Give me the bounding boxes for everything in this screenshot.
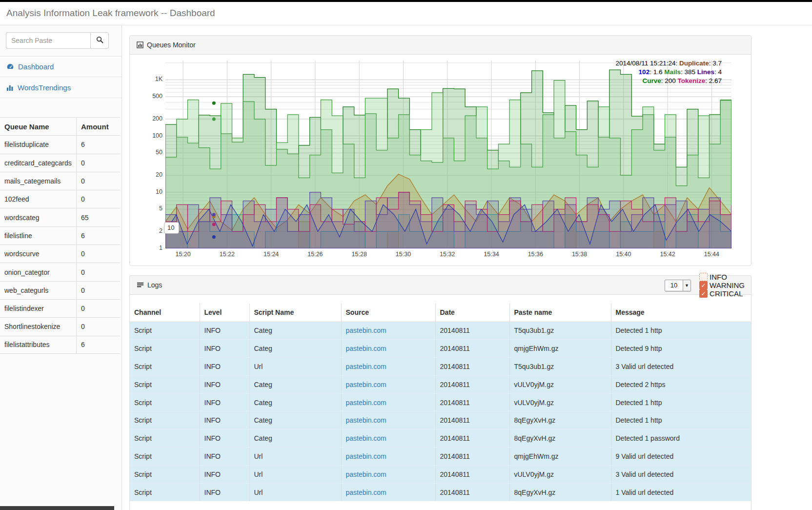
- checkbox-unchecked-icon[interactable]: [699, 273, 708, 281]
- log-cell: pastebin.com: [341, 429, 435, 448]
- queue-row: mails_categemails0: [0, 172, 120, 190]
- source-link[interactable]: pastebin.com: [346, 416, 386, 424]
- log-cell: Detected 2 https: [611, 375, 751, 393]
- log-cell: 20140811: [435, 465, 509, 483]
- legend-segment: Duplicate: [679, 60, 709, 67]
- checkbox-checked-icon[interactable]: ✓: [699, 281, 708, 289]
- log-cell: Script: [130, 393, 200, 411]
- log-cell: pastebin.com: [341, 483, 435, 501]
- source-link[interactable]: pastebin.com: [346, 363, 386, 370]
- x-axis-tick: 15:42: [654, 251, 681, 258]
- y-axis-tick: 50: [142, 149, 162, 156]
- search-input[interactable]: [6, 32, 90, 49]
- y-axis-tick: 5: [142, 205, 162, 212]
- sidebar-item-label: Dashboard: [18, 62, 54, 71]
- x-axis-tick: 15:26: [302, 251, 328, 258]
- legend-segment: Tokenize: [677, 77, 705, 84]
- logs-heading: Logs 10 ▼ INFO✓WARNING✓CRITICAL: [130, 276, 751, 295]
- source-link[interactable]: pastebin.com: [346, 399, 386, 407]
- queue-row: Shortlinestokenize0: [0, 317, 120, 335]
- queue-amount-cell: 0: [77, 177, 120, 185]
- checkbox-checked-icon[interactable]: ✓: [699, 289, 708, 298]
- x-axis-tick: 15:32: [434, 251, 461, 258]
- x-axis-tick: 15:34: [478, 251, 505, 258]
- queue-name-cell: Shortlinestokenize: [0, 318, 77, 335]
- source-link[interactable]: pastebin.com: [346, 345, 386, 352]
- source-link[interactable]: pastebin.com: [346, 489, 386, 496]
- log-row: ScriptINFOUrlpastebin.com20140811vULV0yj…: [130, 465, 751, 483]
- queue-name-cell: filelistduplicate: [0, 136, 77, 153]
- queue-row: 102feed0: [0, 190, 120, 208]
- source-link[interactable]: pastebin.com: [346, 452, 386, 460]
- queue-name-cell: filelistattributes: [0, 336, 77, 353]
- legend-segment: 2014/08/11 15:21:24:: [616, 60, 679, 67]
- queue-row: filelistindexer0: [0, 299, 120, 317]
- y-axis-tick: 20: [142, 171, 162, 178]
- log-cell: Detected 1 http: [611, 322, 751, 340]
- source-link[interactable]: pastebin.com: [346, 470, 386, 478]
- log-cell: Categ: [249, 411, 341, 429]
- log-cell: Categ: [249, 340, 341, 358]
- hover-marker: [212, 213, 216, 216]
- log-cell: 20140811: [435, 322, 509, 340]
- log-cell: qmjgEhWm.gz: [509, 340, 611, 358]
- legend-segment: : 200: [661, 77, 678, 84]
- x-axis-tick: 15:30: [390, 251, 416, 258]
- filter-warning[interactable]: ✓WARNING: [699, 281, 745, 289]
- log-row: ScriptINFOCategpastebin.com20140811vULV0…: [130, 375, 751, 393]
- sidebar-item-dashboard[interactable]: Dashboard: [0, 57, 122, 77]
- logs-column-header: Paste name: [509, 304, 611, 322]
- queues-chart[interactable]: [165, 61, 731, 248]
- queue-row: wordscurve0: [0, 245, 120, 263]
- sidebar-scrollbar[interactable]: [0, 506, 114, 510]
- queue-amount-cell: 0: [77, 268, 120, 276]
- queue-name-cell: wordscurve: [0, 245, 77, 263]
- queue-name-cell: filelistline: [0, 227, 77, 245]
- log-row: ScriptINFOUrlpastebin.com201408118qEgyXv…: [130, 483, 751, 501]
- legend-line: 2014/08/11 15:21:24: Duplicate: 3.7: [616, 59, 722, 68]
- log-cell: T5qu3ub1.gz: [509, 322, 611, 340]
- sidebar-item-wordstrendings[interactable]: WordsTrendings: [0, 77, 122, 98]
- log-cell: vULV0yjM.gz: [509, 465, 611, 483]
- search-button[interactable]: [90, 32, 109, 49]
- filter-label: INFO: [710, 273, 727, 281]
- log-cell: Detected 1 http: [611, 393, 751, 411]
- dashboard-gauge-icon: [6, 63, 14, 71]
- source-link[interactable]: pastebin.com: [346, 434, 386, 442]
- log-cell: Script: [130, 429, 200, 448]
- log-cell: 8qEgyXvH.gz: [509, 483, 611, 501]
- queue-row: creditcard_categcards0: [0, 154, 120, 172]
- queue-amount-cell: 0: [77, 159, 120, 167]
- filter-critical[interactable]: ✓CRITICAL: [699, 289, 745, 298]
- log-cell: 20140811: [435, 393, 509, 411]
- page-size-select[interactable]: 10 ▼: [665, 280, 691, 291]
- log-row: ScriptINFOCategpastebin.com201408118qEgy…: [130, 411, 751, 429]
- queue-row: filelistduplicate6: [0, 135, 120, 153]
- queue-name-cell: onion_categtor: [0, 263, 77, 281]
- log-cell: Detected 9 http: [611, 340, 751, 358]
- y-axis-tick: 1: [142, 245, 162, 251]
- chart-zoom-box[interactable]: 10: [164, 222, 179, 234]
- log-cell: INFO: [200, 393, 249, 411]
- x-axis-tick: 15:36: [522, 251, 548, 258]
- x-axis-tick: 15:40: [610, 251, 637, 258]
- queue-amount-cell: 6: [77, 232, 120, 240]
- x-axis-tick: 15:24: [258, 251, 284, 258]
- queue-amount-cell: 0: [77, 286, 120, 294]
- panel-title: Logs: [147, 281, 162, 289]
- log-cell: Url: [249, 448, 341, 466]
- source-link[interactable]: pastebin.com: [346, 326, 386, 334]
- log-row: ScriptINFOCategpastebin.com20140811T5qu3…: [130, 322, 751, 340]
- log-cell: 20140811: [435, 483, 509, 501]
- source-link[interactable]: pastebin.com: [346, 381, 386, 388]
- log-row: ScriptINFOCategpastebin.com201408118qEgy…: [130, 429, 751, 448]
- log-cell: Script: [130, 322, 200, 340]
- filter-info[interactable]: INFO: [699, 273, 745, 281]
- queues-monitor-panel: Queues Monitor 2014/08/11 15:21:24: Dupl…: [129, 35, 751, 266]
- log-cell: INFO: [200, 448, 249, 466]
- queue-row: web_categurls0: [0, 281, 120, 299]
- queue-table-header: Queue NameAmount: [0, 117, 120, 135]
- log-cell: vULV0yjM.gz: [509, 375, 611, 393]
- queues-chart-area: 2014/08/11 15:21:24: Duplicate: 3.7102: …: [165, 61, 731, 248]
- log-cell: pastebin.com: [341, 375, 435, 393]
